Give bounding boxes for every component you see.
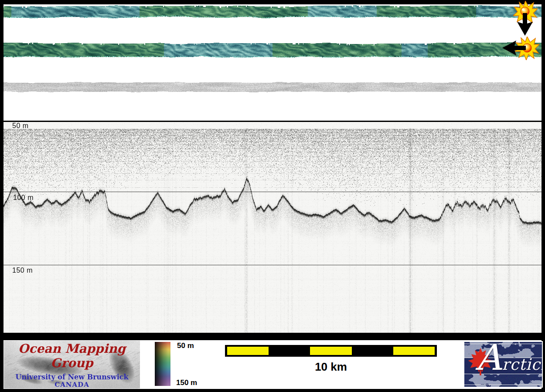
down-arrow-icon: [516, 12, 534, 37]
footer-content: Ocean Mapping Group University of New Br…: [3, 340, 542, 389]
omg-title: Ocean Mapping Group: [4, 341, 140, 370]
ocean-mapping-group-logo: Ocean Mapping Group University of New Br…: [4, 341, 140, 389]
depth-label-100m: 100 m: [13, 194, 34, 202]
left-arrow-icon: [501, 39, 527, 57]
map-scale-bar: [225, 345, 437, 357]
omg-university-line: University of New Brunswick: [4, 373, 140, 381]
colorbar-bottom-label: 150 m: [176, 378, 197, 387]
scale-segment: [227, 347, 269, 355]
echogram-panel: [3, 121, 542, 333]
bathymetry-swath-strip-1: [3, 4, 542, 19]
survey-figure: 50 m 100 m 150 m Ocean Mapping Group Uni…: [0, 0, 545, 392]
depth-colorbar: [155, 342, 170, 386]
depth-label-150m: 150 m: [12, 267, 33, 274]
footer-bar: Ocean Mapping Group University of New Br…: [0, 333, 545, 392]
scale-segment: [393, 347, 435, 355]
arcticnet-logo: ArcticNet: [463, 341, 543, 388]
scale-segment: [269, 347, 310, 355]
bathymetry-swath-strip-2: [3, 41, 542, 59]
scale-bar-label: 10 km: [225, 360, 437, 374]
echogram-image: [3, 122, 542, 333]
sidescan-backscatter-strip: [3, 81, 542, 93]
omg-country-line: CANADA: [4, 381, 140, 389]
depth-label-50m: 50 m: [12, 122, 29, 130]
scale-segment: [310, 347, 351, 355]
scale-segment: [352, 347, 393, 355]
colorbar-top-label: 50 m: [177, 341, 194, 350]
arcticnet-wordmark: ArcticNet: [476, 341, 543, 378]
